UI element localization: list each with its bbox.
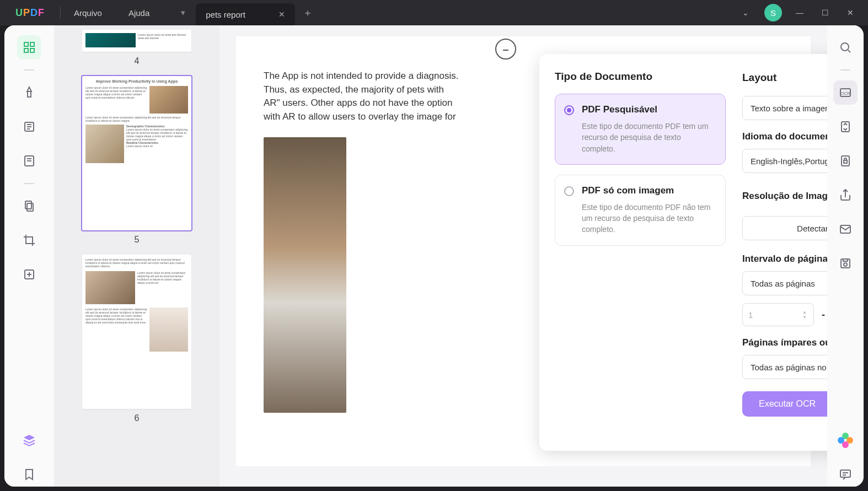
resolution-heading: Resolução de Imagem — [742, 191, 827, 202]
svg-rect-0 — [24, 42, 28, 46]
option-image-only-pdf[interactable]: PDF só com imagem Este tipo de documento… — [555, 175, 726, 246]
thumbnail-panel[interactable]: Lorem ipsum dolor sit amet text blurred … — [54, 25, 219, 487]
stepper-up-icon[interactable]: ▲ — [802, 310, 810, 315]
page-range-heading: Intervalo de páginas — [742, 253, 827, 265]
divider — [24, 69, 34, 71]
thumb-title: Improve Working Productivity in Using Ap… — [85, 79, 188, 84]
divider — [840, 69, 850, 71]
ocr-icon[interactable]: OCR — [833, 80, 858, 105]
layers-icon[interactable] — [17, 428, 41, 452]
option-title: PDF Pesquisável — [582, 104, 716, 115]
window-controls: ⌄ S — ☐ ✕ — [737, 4, 868, 21]
layout-heading: Layout — [742, 72, 776, 84]
tab-home-icon[interactable]: ▾ — [170, 0, 196, 25]
page-tool[interactable] — [17, 194, 41, 218]
maximize-icon[interactable]: ☐ — [817, 8, 833, 17]
svg-text:OCR: OCR — [840, 91, 850, 96]
language-select[interactable]: English-Inglês,Portuguese-Português ▼ — [742, 149, 827, 173]
chevron-down-icon[interactable]: ⌄ — [737, 8, 754, 17]
page-number: 4 — [135, 56, 140, 66]
svg-rect-16 — [844, 160, 847, 163]
convert-icon[interactable] — [833, 115, 858, 139]
highlight-tool[interactable] — [17, 80, 41, 105]
svg-rect-1 — [30, 42, 34, 46]
minimize-icon[interactable]: — — [792, 8, 807, 17]
option-title: PDF só com imagem — [582, 185, 716, 196]
bookmark-icon[interactable] — [17, 462, 41, 487]
odd-even-select[interactable]: Todas as páginas no intervalo ▼ — [742, 355, 827, 379]
save-icon[interactable] — [833, 251, 858, 276]
user-avatar[interactable]: S — [764, 4, 782, 21]
select-value: Todas as páginas no intervalo — [751, 363, 827, 372]
search-icon[interactable] — [833, 35, 858, 60]
select-value: Todas as páginas — [751, 279, 815, 288]
menu-arquivo[interactable]: Arquivo — [61, 8, 115, 18]
svg-rect-2 — [24, 48, 28, 52]
input-value: 1 — [748, 310, 753, 320]
svg-rect-7 — [25, 201, 31, 209]
document-image — [264, 137, 346, 413]
document-tab[interactable]: pets report ✕ — [196, 3, 295, 25]
language-heading: Idioma do documento — [742, 131, 827, 142]
doc-type-heading: Tipo de Documento — [555, 71, 726, 83]
close-icon[interactable]: ✕ — [843, 8, 858, 17]
left-sidebar — [4, 25, 54, 487]
odd-even-heading: Páginas ímpares ou páginas pares — [742, 337, 827, 348]
range-dash: - — [822, 309, 825, 321]
radio-icon — [564, 105, 574, 115]
collapse-badge-icon[interactable]: – — [495, 39, 516, 60]
svg-point-19 — [844, 263, 847, 266]
page-number: 6 — [135, 413, 140, 423]
compress-tool[interactable] — [17, 262, 41, 287]
svg-rect-20 — [843, 259, 848, 261]
svg-rect-8 — [27, 203, 33, 211]
share-icon[interactable] — [833, 183, 858, 207]
select-value: Texto sobre a imagem da página — [751, 104, 827, 113]
right-sidebar: OCR — [827, 25, 864, 487]
form-tool[interactable] — [17, 149, 41, 173]
option-searchable-pdf[interactable]: PDF Pesquisável Este tipo de documento P… — [555, 94, 726, 165]
protect-icon[interactable] — [833, 149, 858, 173]
page-thumbnail[interactable]: Lorem ipsum dolor sit amet consectetur a… — [82, 255, 191, 409]
tabbar: ▾ pets report ✕ ＋ — [170, 0, 737, 25]
stepper-down-icon[interactable]: ▼ — [802, 315, 810, 320]
page-number: 5 — [135, 235, 140, 245]
radio-icon — [564, 186, 574, 196]
ai-flower-icon[interactable] — [833, 428, 858, 452]
option-desc: Este tipo de documento PDF não tem um re… — [582, 202, 716, 235]
select-value: English-Inglês,Portuguese-Português — [751, 157, 827, 166]
svg-rect-3 — [30, 48, 34, 52]
tab-add-icon[interactable]: ＋ — [295, 0, 320, 25]
page-range-select[interactable]: Todas as páginas ▼ — [742, 271, 827, 295]
page-thumbnail-selected[interactable]: Improve Working Productivity in Using Ap… — [82, 76, 191, 230]
detect-resolution-button[interactable]: Detectar Resolução Ótima — [742, 216, 827, 240]
tab-title: pets report — [206, 10, 245, 19]
crop-tool[interactable] — [17, 228, 41, 252]
svg-rect-21 — [840, 470, 850, 477]
mail-icon[interactable] — [833, 217, 858, 241]
workspace: Lorem ipsum dolor sit amet text blurred … — [4, 25, 864, 487]
svg-rect-4 — [28, 91, 31, 97]
tab-close-icon[interactable]: ✕ — [278, 10, 285, 19]
document-view[interactable]: – The App is not intended to provide a d… — [219, 25, 827, 487]
option-desc: Este tipo de documento PDF tem um recurs… — [582, 121, 716, 154]
thumbnails-tool[interactable] — [17, 35, 41, 60]
app-logo: UPDF — [0, 7, 60, 19]
ocr-panel: Tipo de Documento PDF Pesquisável Este t… — [539, 54, 827, 451]
comment-icon[interactable] — [833, 462, 858, 487]
edit-text-tool[interactable] — [17, 115, 41, 139]
layout-select[interactable]: Texto sobre a imagem da página ▼ — [742, 96, 827, 120]
titlebar: UPDF Arquivo Ajuda ▾ pets report ✕ ＋ ⌄ S… — [0, 0, 868, 25]
run-ocr-button[interactable]: Executar OCR — [742, 391, 827, 417]
svg-point-11 — [841, 43, 849, 51]
page-thumbnail[interactable]: Lorem ipsum dolor sit amet text blurred … — [82, 30, 191, 52]
menu-ajuda[interactable]: Ajuda — [115, 8, 163, 18]
divider — [24, 183, 34, 184]
range-from-input[interactable]: 1 ▲▼ — [742, 303, 814, 326]
